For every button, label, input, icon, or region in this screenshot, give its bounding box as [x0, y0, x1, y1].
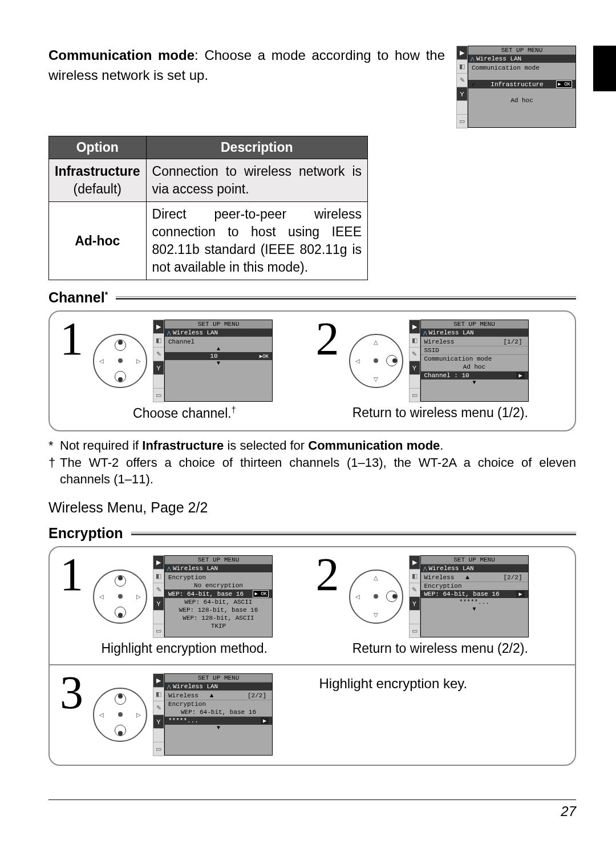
channel-step-2: 2 △ ▽ ◁ ▶◧✎Y▭ — [316, 320, 565, 421]
edge-tab — [593, 46, 616, 91]
lcd-channel-row[interactable]: Channel : 10▶ — [421, 371, 528, 379]
multi-selector[interactable]: ▷ ◁ — [93, 688, 147, 742]
play-icon: ▶ — [153, 320, 164, 334]
card-icon: ▭ — [456, 114, 468, 128]
step-caption: Highlight encryption method. — [60, 641, 309, 656]
page-content: Communication mode: Choose a mode accord… — [0, 0, 616, 800]
table-cell-option: Ad-hoc — [49, 202, 147, 280]
card-icon: ▭ — [153, 388, 164, 402]
step-number: 1 — [60, 555, 87, 593]
encryption-step-2: 2 △ ▽ ◁ ▶◧✎Y▭ SET UP MENU — [316, 555, 565, 656]
multi-selector[interactable]: ▷ ◁ — [93, 570, 147, 624]
lcd-title: SET UP MENU — [468, 46, 576, 55]
encryption-steps: 1 ▷ ◁ ▶◧✎Y▭ SET UP MENU — [48, 546, 576, 766]
page-footer: 27 — [48, 799, 576, 819]
lcd-option-adhoc[interactable]: Ad hoc — [468, 96, 576, 104]
ok-button[interactable]: ▶ OK — [556, 80, 572, 88]
options-table: Option Description Infrastructure(defaul… — [48, 136, 368, 280]
table-cell-desc: Direct peer-to-peer wireless connection … — [146, 202, 367, 280]
step-caption: Return to wireless menu (2/2). — [316, 641, 565, 656]
pencil-icon: ✎ — [456, 73, 468, 87]
camera-icon: ◧ — [153, 333, 164, 348]
encryption-step-3: 3 ▷ ◁ ▶◧✎Y▭ SET UP MENU — [60, 673, 313, 756]
table-header-option: Option — [49, 136, 147, 159]
encryption-step-1: 1 ▷ ◁ ▶◧✎Y▭ SET UP MENU — [60, 555, 309, 656]
footnotes: *Not required if Infrastructure is selec… — [48, 437, 576, 488]
wrench-icon: Y — [153, 361, 164, 375]
channel-value[interactable]: 10▶OK — [165, 352, 272, 360]
step-number: 3 — [60, 673, 87, 712]
step-number: 2 — [316, 555, 343, 593]
intro-text: Communication mode: Choose a mode accord… — [48, 46, 445, 128]
intro-heading-bold: Communication mode — [48, 47, 194, 63]
step-number: 2 — [316, 320, 343, 358]
multi-selector[interactable]: ▷ ◁ — [93, 334, 147, 388]
lcd-communication-mode: ▶ ◧ ✎ Y ▭ SET UP MENU Wireless LAN Commu… — [456, 46, 576, 128]
step-caption: Return to wireless menu (1/2). — [316, 405, 565, 421]
multi-selector[interactable]: △ ▽ ◁ — [349, 334, 403, 388]
lcd-menu-item: Communication mode — [468, 64, 576, 72]
table-header-desc: Description — [146, 136, 367, 159]
channel-step-1: 1 ▷ ◁ ▶ ◧ ✎ — [60, 320, 309, 421]
channel-steps: 1 ▷ ◁ ▶ ◧ ✎ — [48, 310, 576, 431]
table-cell-option: Infrastructure(default) — [49, 159, 147, 202]
wrench-icon: Y — [456, 87, 468, 101]
page-number: 27 — [561, 803, 576, 819]
play-icon: ▶ — [456, 46, 468, 60]
step-number: 1 — [60, 320, 87, 358]
section-title-encryption: Encryption — [48, 525, 576, 542]
pencil-icon: ✎ — [153, 347, 164, 361]
section-title-channel: Channel* — [48, 289, 576, 306]
multi-selector[interactable]: △ ▽ ◁ — [349, 570, 403, 624]
lcd-subtitle: Wireless LAN — [468, 55, 576, 63]
step-caption: Choose channel.† — [60, 405, 309, 421]
subheader: Wireless Menu, Page 2/2 — [48, 499, 576, 516]
step-caption: Highlight encryption key. — [319, 673, 565, 756]
camera-icon: ◧ — [456, 59, 468, 74]
table-cell-desc: Connection to wireless network is via ac… — [146, 159, 367, 202]
lcd-option-infrastructure[interactable]: Infrastructure▶ OK — [468, 80, 576, 88]
